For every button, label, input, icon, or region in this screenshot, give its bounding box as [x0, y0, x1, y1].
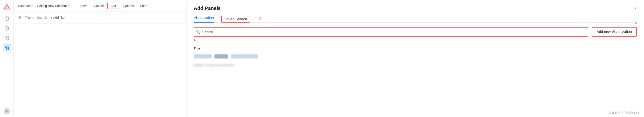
filters-label: Filters: [25, 16, 33, 20]
add-viz-number: 3: [635, 21, 637, 24]
panel-tabs: Visualization Saved Search 2: [194, 16, 637, 23]
svg-rect-8: [5, 39, 6, 40]
tab-number-badge: 2: [259, 17, 261, 22]
toolbar: Save Cancel Add Options Share: [78, 3, 151, 9]
gear-icon[interactable]: ⚙: [18, 15, 21, 20]
panel-header: Add Panels ×: [194, 6, 637, 11]
visualization-table: Title 利用插入日志及classId类型统计: [194, 45, 637, 70]
breadcrumb-current: Editing New Dashboard: [37, 4, 70, 8]
search-icon: 🔍: [196, 30, 200, 34]
add-panels-panel: Add Panels × Visualization Saved Search …: [186, 0, 644, 117]
svg-rect-5: [5, 37, 6, 38]
svg-point-3: [5, 27, 8, 31]
tab-saved-search[interactable]: Saved Search: [221, 16, 250, 23]
search-number-label: 1: [194, 38, 196, 42]
svg-rect-7: [7, 39, 8, 40]
svg-rect-11: [5, 48, 6, 50]
save-button[interactable]: Save: [78, 3, 90, 9]
cancel-button[interactable]: Cancel: [91, 3, 106, 9]
svg-rect-10: [7, 47, 8, 49]
sidebar: A: [0, 0, 14, 117]
filter-search-label: Search: [37, 16, 47, 20]
main-content: Dashboard › Editing New Dashboard Save C…: [14, 0, 186, 117]
visualize-icon[interactable]: [3, 34, 11, 42]
breadcrumb-home[interactable]: Dashboard: [18, 4, 34, 8]
breadcrumb: Dashboard › Editing New Dashboard: [18, 4, 70, 8]
search-wrapper: 🔍 1: [194, 27, 588, 37]
table-row[interactable]: [194, 52, 637, 61]
svg-rect-12: [7, 49, 8, 50]
blurred-cell-3: [231, 54, 258, 59]
svg-point-4: [6, 28, 7, 29]
topbar: Dashboard › Editing New Dashboard Save C…: [14, 0, 186, 12]
blurred-cell-1: [194, 54, 212, 59]
filterbar: ⚙ Filters Search + Add filter: [14, 12, 186, 24]
watermark: CSDN @正在变强的Di di: [609, 111, 640, 115]
search-input[interactable]: [194, 27, 588, 37]
user-avatar[interactable]: A: [4, 108, 10, 114]
table-row[interactable]: 利用插入日志及classId类型统计: [194, 61, 637, 70]
table-title-column: Title: [194, 45, 637, 52]
add-filter-button[interactable]: + Add filter: [50, 16, 66, 20]
app-logo: [3, 3, 11, 11]
row-title: 利用插入日志及classId类型统计: [194, 63, 235, 67]
svg-rect-9: [5, 47, 6, 48]
tab-visualization[interactable]: Visualization: [194, 16, 214, 23]
close-button[interactable]: ×: [634, 6, 637, 11]
add-viz-wrapper: 3 Add new Visualization: [592, 27, 637, 37]
blurred-cell-2: [214, 54, 228, 59]
breadcrumb-separator: ›: [35, 4, 36, 8]
recent-icon[interactable]: [3, 15, 11, 23]
panel-title: Add Panels: [194, 6, 221, 11]
add-button[interactable]: Add: [107, 3, 119, 9]
discover-icon[interactable]: [3, 24, 11, 33]
options-button[interactable]: Options: [120, 3, 136, 9]
share-button[interactable]: Share: [137, 3, 151, 9]
dashboard-icon[interactable]: [3, 44, 11, 52]
svg-rect-6: [7, 37, 8, 38]
panel-body: 🔍 1 3 Add new Visualization: [194, 27, 637, 37]
add-new-visualization-button[interactable]: Add new Visualization: [592, 27, 637, 37]
